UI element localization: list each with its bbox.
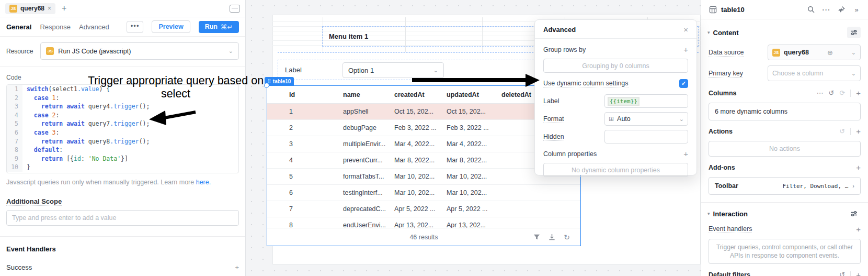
table-row[interactable]: 6testingInterf...Mar 10, 202...Mar 10, 2… xyxy=(267,185,580,201)
code-line[interactable]: 5 return await query7.trigger(); xyxy=(7,119,238,128)
add-action-button[interactable]: + xyxy=(856,127,861,136)
target-icon[interactable]: ⊕ xyxy=(827,49,833,57)
addons-label: Add-ons xyxy=(709,164,735,171)
tab-response[interactable]: Response xyxy=(40,23,71,31)
additional-scope-label: Additional Scope xyxy=(6,197,62,206)
table-cell: Apr 5, 2022 ... xyxy=(394,205,447,213)
code-line[interactable]: 8 default: xyxy=(7,146,238,154)
sliders-icon[interactable] xyxy=(847,27,861,38)
code-line[interactable]: 2 case 1: xyxy=(7,94,238,103)
dynamic-settings-checkbox[interactable]: ✓ xyxy=(679,79,688,88)
query-tab-bar: JS query68 × + xyxy=(0,0,245,17)
chevron-down-icon: ⌄ xyxy=(679,116,684,123)
add-event-handler-button[interactable]: + xyxy=(856,225,861,234)
column-header[interactable]: id xyxy=(267,91,343,98)
ellipsis-icon[interactable]: ⋯ xyxy=(816,89,823,97)
collapse-panel-icon[interactable] xyxy=(230,5,240,13)
columns-label: Columns xyxy=(709,90,736,97)
pin-icon[interactable] xyxy=(837,5,846,14)
add-query-tab-button[interactable]: + xyxy=(60,4,68,13)
code-editor[interactable]: 1switch(select1.value) {2 case 1:3 retur… xyxy=(6,84,239,173)
js-icon: JS xyxy=(46,47,54,55)
code-line[interactable]: 10} xyxy=(7,163,238,172)
advanced-popup: Advanced × Group rows by + Grouping by 0… xyxy=(534,19,697,175)
revert-icon[interactable]: ↺ xyxy=(839,127,845,135)
format-value: Auto xyxy=(617,115,631,123)
revert-icon[interactable]: ↺ xyxy=(839,271,845,276)
add-filter-button[interactable]: + xyxy=(856,270,861,276)
dynamic-columns-box[interactable]: 6 more dynamic columns xyxy=(709,103,861,120)
add-column-property-button[interactable]: + xyxy=(683,149,688,158)
section-caret-icon[interactable]: ▾ xyxy=(707,30,710,35)
help-link[interactable]: here. xyxy=(196,179,211,186)
table-row[interactable]: 7deprecatedC...Apr 5, 2022 ...Apr 5, 202… xyxy=(267,201,580,217)
column-header[interactable]: createdAt xyxy=(394,91,447,98)
data-source-label: Data source xyxy=(709,49,744,57)
resize-handle[interactable] xyxy=(264,83,269,88)
format-select[interactable]: ⊞ Auto ⌄ xyxy=(604,112,688,126)
table-row[interactable]: 4preventCurr...Mar 8, 2022...Mar 8, 2022… xyxy=(267,152,580,169)
table-cell: Mar 4, 2022... xyxy=(394,140,447,148)
table-row[interactable]: 3multipleEnvir...Mar 4, 2022...Mar 4, 20… xyxy=(267,136,580,152)
revert-icon[interactable]: ↺ xyxy=(828,89,834,97)
query-tab[interactable]: JS query68 × xyxy=(5,3,55,14)
filter-icon[interactable] xyxy=(532,233,541,241)
search-icon[interactable] xyxy=(807,5,815,14)
table-body: 1appShellOct 15, 202...Oct 15, 202...2de… xyxy=(267,104,580,228)
chevron-down-icon: ⌄ xyxy=(851,70,856,77)
table-row[interactable]: 1appShellOct 15, 202...Oct 15, 202... xyxy=(267,104,580,120)
ellipsis-icon[interactable]: ⋯ xyxy=(822,5,830,14)
add-column-button[interactable]: + xyxy=(856,89,861,97)
table-cell: 7 xyxy=(267,205,343,213)
code-line[interactable]: 6 case 3: xyxy=(7,128,238,137)
column-header[interactable]: updatedAt xyxy=(447,91,501,98)
code-line[interactable]: 4 case 2: xyxy=(7,111,238,120)
dynamic-settings-label: Use dynamic column settings xyxy=(543,80,629,87)
tab-advanced[interactable]: Advanced xyxy=(79,23,109,31)
tab-general[interactable]: General xyxy=(6,23,31,31)
primary-key-select[interactable]: Choose a column ⌄ xyxy=(768,65,861,81)
table-cell: Feb 3, 2022 ... xyxy=(447,124,501,131)
preview-button[interactable]: Preview xyxy=(152,20,190,33)
resource-select[interactable]: JS Run JS Code (javascript) ⌄ xyxy=(40,42,239,60)
sliders-icon[interactable] xyxy=(847,208,861,219)
table-row[interactable]: 8endUserEnvi...Apr 13, 202...Apr 13, 202… xyxy=(267,217,580,228)
column-header[interactable]: name xyxy=(343,91,394,98)
table-icon xyxy=(709,5,717,14)
code-line[interactable]: 9 return [{id: 'No Data'}] xyxy=(7,154,238,163)
close-icon[interactable]: × xyxy=(683,26,688,34)
data-source-select[interactable]: JS query68 ⊕ ⌄ xyxy=(768,45,861,60)
code-line[interactable]: 7 return await query8.trigger(); xyxy=(7,137,238,146)
grouping-input[interactable]: Grouping by 0 columns xyxy=(543,59,688,73)
table-cell: Mar 10, 202... xyxy=(394,173,447,180)
select-input[interactable]: Option 1 ⌄ xyxy=(342,62,444,78)
table-row[interactable]: 2debugPageFeb 3, 2022 ...Feb 3, 2022 ... xyxy=(267,120,580,136)
table-header-row: idnamecreatedAtupdatedAtdeletedAt xyxy=(267,86,580,104)
run-button[interactable]: Run ⌘↵ xyxy=(199,21,239,33)
code-line[interactable]: 3 return await query4.trigger(); xyxy=(7,102,238,111)
download-icon[interactable] xyxy=(547,233,556,241)
add-grouping-button[interactable]: + xyxy=(683,45,688,54)
additional-scope-input[interactable]: Type and press enter to add a value xyxy=(6,210,239,226)
default-filters-label: Default filters xyxy=(709,271,750,276)
table-row[interactable]: 5formatTabsT...Mar 10, 202...Mar 10, 202… xyxy=(267,169,580,185)
code-line[interactable]: 1switch(select1.value) { xyxy=(7,85,238,94)
table-cell: 3 xyxy=(267,140,343,148)
table-component[interactable]: idnamecreatedAtupdatedAtdeletedAt 1appSh… xyxy=(267,85,581,246)
add-handler-button[interactable]: + xyxy=(235,263,239,271)
toolbar-addon-row[interactable]: Toolbar Filter, Download, … › xyxy=(709,177,861,195)
more-options-button[interactable]: ••• xyxy=(127,21,144,33)
label-input[interactable]: {{item}} xyxy=(604,94,688,108)
add-addon-button[interactable]: + xyxy=(856,163,861,172)
chevron-down-icon: ⌄ xyxy=(851,49,856,56)
collapse-right-icon[interactable]: » xyxy=(852,5,861,14)
section-caret-icon[interactable]: ▾ xyxy=(707,211,710,216)
refresh-icon[interactable]: ⟳ xyxy=(839,89,845,97)
refresh-icon[interactable]: ↻ xyxy=(563,233,571,241)
hidden-input[interactable] xyxy=(604,130,688,143)
hidden-field-label: Hidden xyxy=(543,133,564,141)
table-cell: Apr 5, 2022 ... xyxy=(447,205,501,213)
table-cell: Apr 13, 202... xyxy=(447,222,501,228)
primary-key-label: Primary key xyxy=(709,70,743,78)
close-tab-icon[interactable]: × xyxy=(48,5,51,12)
